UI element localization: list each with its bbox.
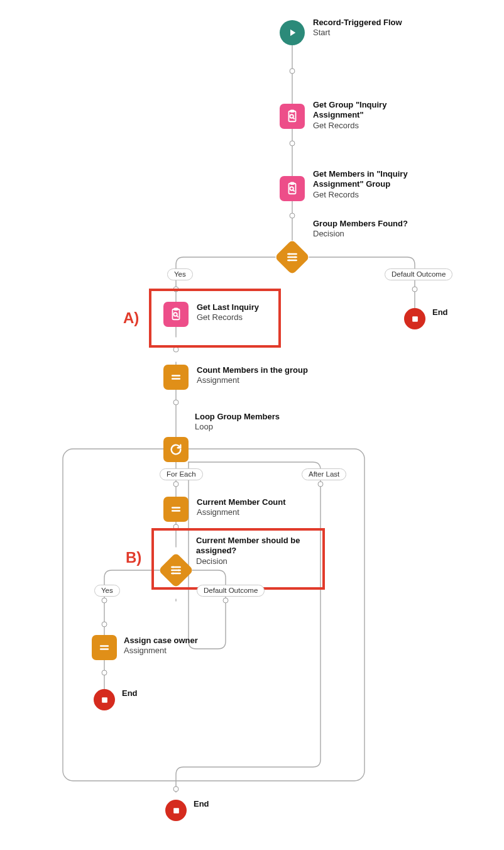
svg-rect-39 [102,697,107,703]
decision-icon [170,564,182,577]
get-group-title: Get Group "Inquiry Assignment" [313,100,426,121]
connector-dot [173,482,179,487]
end-2-label: End [122,688,138,698]
get-records-icon [285,182,299,196]
get-last-inquiry-label: Get Last Inquiry Get Records [197,302,259,323]
svg-line-17 [293,118,295,119]
svg-rect-19 [290,182,294,184]
stop-icon [172,807,180,815]
start-node[interactable] [280,20,305,45]
end-1-title: End [432,307,448,317]
stop-icon [411,315,419,323]
get-records-icon [285,109,299,123]
svg-rect-27 [174,308,178,310]
branch-for-each[interactable]: For Each [160,468,203,480]
loop-sub: Loop [195,422,280,432]
end-node-1[interactable] [404,308,425,329]
end-1-label: End [432,307,448,317]
branch-yes-2[interactable]: Yes [94,585,120,597]
connector-dot [102,622,107,627]
loop-title: Loop Group Members [195,412,280,422]
members-found-decision[interactable] [275,240,310,275]
end-3-label: End [194,799,209,809]
end-node-2[interactable] [94,689,115,710]
svg-point-20 [290,187,293,190]
branch-default-2[interactable]: Default Outcome [197,585,265,597]
members-found-title: Group Members Found? [313,219,408,229]
current-count-label: Current Member Count Assignment [197,497,286,518]
count-members-node[interactable] [163,365,189,390]
assign-owner-node[interactable] [92,635,117,660]
connector-dot [102,670,107,676]
count-members-sub: Assignment [197,375,308,385]
connector-dot [290,69,295,74]
svg-point-16 [290,114,293,118]
annotation-a: A) [123,309,139,327]
svg-rect-40 [173,808,179,814]
svg-point-28 [173,312,177,316]
play-icon [287,27,298,38]
should-assign-title: Current Member should be assigned? [196,536,303,556]
current-count-sub: Assignment [197,507,286,517]
connector-dot [290,213,295,219]
loop-icon [169,443,183,456]
svg-rect-15 [290,110,294,112]
svg-line-21 [293,190,295,192]
should-assign-label: Current Member should be assigned? Decis… [196,536,303,566]
get-last-inquiry-title: Get Last Inquiry [197,302,259,312]
decision-icon [286,251,299,263]
current-count-title: Current Member Count [197,497,286,507]
should-assign-sub: Decision [196,556,303,566]
end-2-title: End [122,688,138,698]
assign-owner-label: Assign case owner Assignment [124,636,198,656]
flow-canvas: Record-Triggered Flow Start Get Group "I… [0,0,504,850]
get-group-label: Get Group "Inquiry Assignment" Get Recor… [313,100,426,131]
assign-owner-title: Assign case owner [124,636,198,646]
get-members-sub: Get Records [313,190,426,200]
start-title: Record-Triggered Flow [313,18,402,28]
connector-dot [102,598,107,604]
members-found-sub: Decision [313,229,408,239]
assign-owner-sub: Assignment [124,646,198,656]
branch-default-1[interactable]: Default Outcome [385,268,452,280]
assignment-icon [98,641,111,654]
loop-node[interactable] [163,437,189,462]
get-records-icon [169,307,183,321]
end-3-title: End [194,799,209,809]
start-label: Record-Triggered Flow Start [313,18,402,38]
connector-dot [173,787,179,792]
get-group-sub: Get Records [313,121,426,131]
stop-icon [101,696,109,704]
branch-yes-1[interactable]: Yes [167,268,193,280]
connector-dot [290,141,295,146]
get-members-node[interactable] [280,176,305,201]
members-found-label: Group Members Found? Decision [313,219,408,240]
get-last-inquiry-node[interactable] [163,302,189,327]
get-members-label: Get Members in "Inquiry Assignment" Grou… [313,169,426,200]
get-members-title: Get Members in "Inquiry Assignment" Grou… [313,169,426,190]
end-node-3[interactable] [165,800,187,821]
connector-dot [223,598,229,604]
connector-dot [173,400,179,406]
svg-rect-25 [412,316,418,322]
connector-dot [412,287,418,292]
branch-after-last[interactable]: After Last [302,468,346,480]
assignment-icon [170,503,182,516]
get-group-node[interactable] [280,104,305,129]
count-members-label: Count Members in the group Assignment [197,365,308,386]
connector-dot [318,482,324,487]
loop-label: Loop Group Members Loop [195,412,280,433]
annotation-b: B) [126,549,141,566]
count-members-title: Count Members in the group [197,365,308,375]
start-sub: Start [313,28,402,38]
assignment-icon [170,371,182,384]
get-last-inquiry-sub: Get Records [197,312,259,323]
current-count-node[interactable] [163,497,189,522]
svg-line-29 [177,316,178,317]
